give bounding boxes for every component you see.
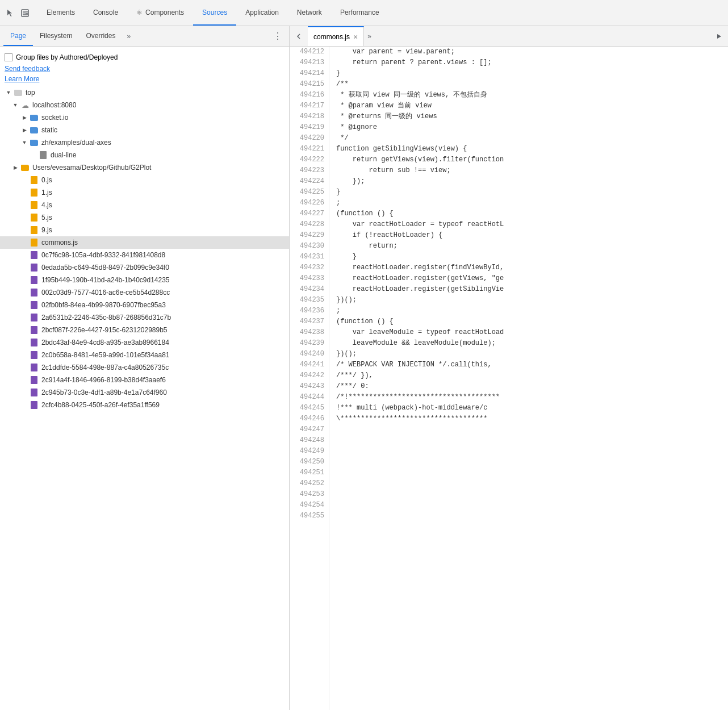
tree-item[interactable]: Users/evesama/Desktop/Github/G2Plot	[0, 161, 289, 174]
sidebar-menu-button[interactable]: ⋮	[270, 28, 286, 44]
file-icon	[30, 138, 39, 147]
tree-item-label: zh/examples/dual-axes	[41, 139, 111, 147]
line-number: 494246	[294, 414, 324, 424]
code-line: reactHotLoader.register(findViewById,	[336, 262, 721, 273]
editor-tab-more[interactable]: »	[367, 32, 371, 40]
tree-item[interactable]: 2c0b658a-8481-4e59-a99d-101e5f34aa81	[0, 349, 289, 361]
arrow-collapsed	[11, 164, 19, 172]
code-line: (function () {	[336, 208, 721, 219]
tree-item[interactable]: 2c914a4f-1846-4966-8199-b38d4f3aaef6	[0, 374, 289, 386]
editor-tab-commons[interactable]: commons.js ×	[308, 26, 364, 46]
tab-console[interactable]: Console	[84, 0, 127, 26]
tree-item-label: socket.io	[41, 114, 68, 122]
send-feedback-link[interactable]: Send feedback	[0, 64, 289, 74]
code-line: })();	[336, 295, 721, 306]
code-line: var parent = view.parent;	[336, 47, 721, 57]
tree-item[interactable]: 1f95b449-190b-41bd-a24b-1b40c9d14235	[0, 274, 289, 286]
sidebar-tab-page[interactable]: Page	[3, 26, 33, 46]
tree-item[interactable]: 002c03d9-7577-4016-ac6e-ce5b54d288cc	[0, 286, 289, 299]
learn-more-link[interactable]: Learn More	[0, 74, 289, 84]
file-icon	[30, 188, 39, 197]
tree-item-label: 2cfc4b88-0425-450f-a26f-4ef35a1ff569	[41, 401, 160, 409]
code-line: /***/ }),	[336, 370, 721, 381]
code-line: !*** multi (webpack)-hot-middleware/c	[336, 403, 721, 414]
file-icon	[30, 388, 39, 397]
code-area: 4942124942134942144942154942164942174942…	[290, 47, 728, 710]
line-number: 494249	[294, 446, 324, 457]
code-line: leaveModule && leaveModule(module);	[336, 338, 721, 349]
line-number: 494239	[294, 338, 324, 349]
code-line: /**	[336, 79, 721, 90]
line-number: 494243	[294, 381, 324, 392]
tree-item[interactable]: 2cfc4b88-0425-450f-a26f-4ef35a1ff569	[0, 399, 289, 411]
sidebar-tab-filesystem[interactable]: Filesystem	[33, 26, 79, 46]
more-tabs-icon[interactable]: »	[124, 30, 133, 43]
tree-item[interactable]: 0.js	[0, 174, 289, 186]
code-line: */	[336, 133, 721, 144]
tree-item[interactable]: 2bdc43af-84e9-4cd8-a935-ae3ab8966184	[0, 336, 289, 349]
tab-network[interactable]: Network	[288, 0, 331, 26]
tree-item[interactable]: top	[0, 86, 289, 99]
tree-item[interactable]: ☁localhost:8080	[0, 99, 289, 111]
code-panel: commons.js × » 4942124942134942144942154…	[290, 26, 728, 710]
line-number: 494245	[294, 403, 324, 414]
group-files-checkbox[interactable]	[5, 53, 12, 61]
line-number: 494240	[294, 349, 324, 360]
line-number: 494235	[294, 295, 324, 306]
line-number: 494252	[294, 478, 324, 489]
tree-item[interactable]: 9.js	[0, 224, 289, 236]
tab-elements[interactable]: Elements	[37, 0, 84, 26]
file-icon	[30, 363, 39, 372]
tree-item[interactable]: 2c1ddfde-5584-498e-887a-c4a80526735c	[0, 361, 289, 374]
line-number: 494225	[294, 187, 324, 198]
line-number: 494237	[294, 316, 324, 327]
tree-item[interactable]: 0c7f6c98-105a-4dbf-9332-841f981408d8	[0, 249, 289, 261]
editor-forward-button[interactable]	[712, 30, 726, 43]
code-line: /*!*************************************	[336, 392, 721, 403]
editor-prev-button[interactable]	[292, 30, 306, 43]
tree-item-label: 2c914a4f-1846-4966-8199-b38d4f3aaef6	[41, 376, 166, 384]
tab-sources[interactable]: Sources	[193, 0, 236, 26]
code-line: function getSiblingViews(view) {	[336, 144, 721, 154]
line-number: 494250	[294, 457, 324, 467]
line-number: 494221	[294, 144, 324, 154]
tab-application[interactable]: Application	[236, 0, 288, 26]
tree-item[interactable]: 2bcf087f-226e-4427-915c-6231202989b5	[0, 324, 289, 336]
arrow-expanded	[5, 89, 12, 97]
devtools-toolbar: Elements Console ⚛ Components Sources Ap…	[0, 0, 728, 26]
line-number: 494226	[294, 198, 324, 208]
tree-item[interactable]: 2a6531b2-2246-435c-8b87-268856d31c7b	[0, 311, 289, 324]
tree-item[interactable]: 5.js	[0, 211, 289, 224]
components-icon: ⚛	[136, 9, 143, 16]
tree-item[interactable]: 02fb0bf8-84ea-4b99-9870-6907fbec95a3	[0, 299, 289, 311]
tree-item-label: 0c7f6c98-105a-4dbf-9332-841f981408d8	[41, 251, 165, 259]
tree-item-label: Users/evesama/Desktop/Github/G2Plot	[32, 164, 151, 172]
line-number: 494217	[294, 101, 324, 111]
line-number: 494248	[294, 435, 324, 446]
tree-item[interactable]: 2c945b73-0c3e-4df1-a89b-4e1a7c64f960	[0, 386, 289, 399]
inspect-icon[interactable]	[19, 7, 31, 19]
tree-item[interactable]: commons.js	[0, 236, 289, 249]
code-line: })();	[336, 349, 721, 360]
file-icon	[30, 213, 39, 222]
tree-item[interactable]: 0edada5b-c649-45d8-8497-2b099c9e34f0	[0, 261, 289, 274]
cursor-icon[interactable]	[5, 7, 16, 19]
tree-item[interactable]: socket.io	[0, 111, 289, 124]
file-icon	[30, 263, 39, 272]
code-line: if (!reactHotLoader) {	[336, 230, 721, 241]
line-number: 494244	[294, 392, 324, 403]
tree-item-label: 2c0b658a-8481-4e59-a99d-101e5f34aa81	[41, 351, 170, 359]
tree-item[interactable]: 4.js	[0, 199, 289, 211]
editor-tab-close[interactable]: ×	[353, 32, 358, 41]
tree-item[interactable]: 1.js	[0, 186, 289, 199]
file-icon	[30, 250, 39, 260]
tab-performance[interactable]: Performance	[331, 0, 388, 26]
sidebar-tab-overrides[interactable]: Overrides	[79, 26, 122, 46]
file-icon	[30, 300, 39, 310]
file-icon: ☁	[20, 101, 30, 110]
editor-tabs: commons.js × »	[290, 26, 728, 47]
tab-components[interactable]: ⚛ Components	[127, 0, 193, 26]
tree-item[interactable]: static	[0, 124, 289, 136]
tree-item[interactable]: zh/examples/dual-axes	[0, 136, 289, 149]
tree-item[interactable]: dual-line	[0, 149, 289, 161]
